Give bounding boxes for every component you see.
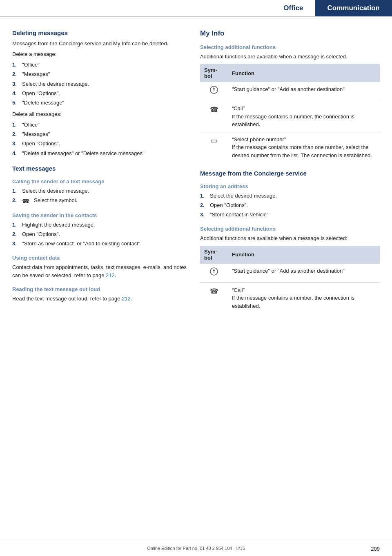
reading-page-link[interactable]: 212 (122, 296, 131, 302)
list-item: 4."Delete all messages" or "Delete servi… (12, 149, 188, 158)
table2-func-0: "Start guidance" or "Add as another dest… (228, 264, 380, 283)
table2-sym-0 (200, 264, 228, 283)
calling-steps-list: 1. Select the desired message. 2. ☎ Sele… (12, 187, 188, 206)
table-row: ☎ “Call” If the message contains a numbe… (200, 101, 380, 132)
table1-sym-2: ▭ (200, 132, 228, 162)
saving-sender-title: Saving the sender in the contacts (12, 212, 188, 218)
page-header: Office Communication (0, 0, 392, 17)
calling-sender-title: Calling the sender of a text message (12, 178, 188, 185)
table2-col-func: Function (228, 246, 380, 264)
selecting-additional2-intro: Additional functions are available when … (200, 234, 380, 242)
table1-func-0: "Start guidance" or "Add as another dest… (228, 82, 380, 101)
page-number: 209 (371, 546, 380, 552)
table1-func-1: “Call” If the message contains a number,… (228, 101, 380, 132)
table1-col-func: Function (228, 64, 380, 82)
table-row: ☎ “Call” If the message contains a numbe… (200, 282, 380, 313)
list-item: 4.Open "Options". (12, 89, 188, 98)
list-item: 2."Messages" (12, 70, 188, 78)
using-page-link[interactable]: 212 (106, 272, 115, 278)
list-item: 3.Select the desired message. (12, 80, 188, 88)
list-item: 3."Store contact in vehicle" (200, 211, 380, 219)
selecting-additional-intro: Additional functions are available when … (200, 53, 380, 61)
storing-title: Storing an address (200, 183, 380, 189)
reading-text: Read the text message out loud, refer to… (12, 295, 188, 303)
symbol-table-1: Sym- bol Function "Start guidance" or "A… (200, 64, 380, 162)
table1-col-sym: Sym- bol (200, 64, 228, 82)
reading-title: Reading the text message out loud (12, 286, 188, 292)
deleting-messages-intro: Messages from the Concierge service and … (12, 40, 188, 48)
header-office: Office (272, 0, 315, 16)
communication-label: Communication (327, 4, 380, 12)
table-row: "Start guidance" or "Add as another dest… (200, 82, 380, 101)
delete-all-list: 1."Office" 2."Messages" 3.Open "Options"… (12, 121, 188, 158)
deleting-messages-title: Deleting messages (12, 29, 188, 36)
list-item: 2. ☎ Select the symbol. (12, 196, 188, 206)
using-contact-title: Using contact data (12, 255, 188, 261)
page-footer: Online Edition for Part no. 01 40 2 954 … (0, 540, 392, 556)
delete-all-label: Delete all messages: (12, 110, 188, 118)
myinfo-title: My Info (200, 29, 380, 38)
left-column: Deleting messages Messages from the Conc… (12, 29, 188, 318)
list-item: 2.Open "Options". (12, 230, 188, 238)
storing-steps-list: 1.Select the desired message. 2.Open "Op… (200, 192, 380, 219)
list-item: 5."Delete message" (12, 99, 188, 107)
delete-one-label: Delete a message: (12, 50, 188, 58)
nav-icon (209, 85, 218, 94)
table1-sym-0 (200, 82, 228, 101)
right-column: My Info Selecting additional functions A… (200, 29, 380, 318)
footer-text: Online Edition for Part no. 01 40 2 954 … (147, 546, 245, 551)
table1-func-2: “Select phone number” If the message con… (228, 132, 380, 162)
concierge-title: Message from the Concierge service (200, 170, 380, 177)
main-content: Deleting messages Messages from the Conc… (0, 17, 392, 342)
saving-steps-list: 1.Highlight the desired message. 2.Open … (12, 221, 188, 248)
list-item: 1.Select the desired message. (200, 192, 380, 200)
list-item: 1."Office" (12, 121, 188, 129)
table2-col-sym: Sym- bol (200, 246, 228, 264)
list-item: 3.Open "Options". (12, 140, 188, 148)
symbol-table-2: Sym- bol Function "Start guidance" or "A… (200, 246, 380, 314)
delete-one-list: 1."Office" 2."Messages" 3.Select the des… (12, 61, 188, 107)
header-communication: Communication (315, 0, 392, 16)
list-item: 2."Messages" (12, 130, 188, 138)
table-row: ▭ “Select phone number” If the message c… (200, 132, 380, 162)
phone-icon-inline: ☎ (22, 196, 30, 206)
list-item: 3."Store as new contact" or "Add to exis… (12, 240, 188, 248)
list-item: 2.Open "Options". (200, 201, 380, 209)
text-messages-title: Text messages (12, 165, 188, 172)
office-label: Office (283, 4, 303, 12)
table1-sym-1: ☎ (200, 101, 228, 132)
selecting-additional2-title: Selecting additional functions (200, 226, 380, 232)
table2-sym-1: ☎ (200, 282, 228, 313)
list-item: 1. Select the desired message. (12, 187, 188, 195)
list-item: 1."Office" (12, 61, 188, 69)
table-row: "Start guidance" or "Add as another dest… (200, 264, 380, 283)
selecting-additional-title: Selecting additional functions (200, 44, 380, 50)
list-item: 1.Highlight the desired message. (12, 221, 188, 229)
nav-icon-2 (209, 267, 218, 276)
using-contact-text: Contact data from appointments, tasks, t… (12, 263, 188, 280)
table2-func-1: “Call” If the message contains a number,… (228, 282, 380, 313)
